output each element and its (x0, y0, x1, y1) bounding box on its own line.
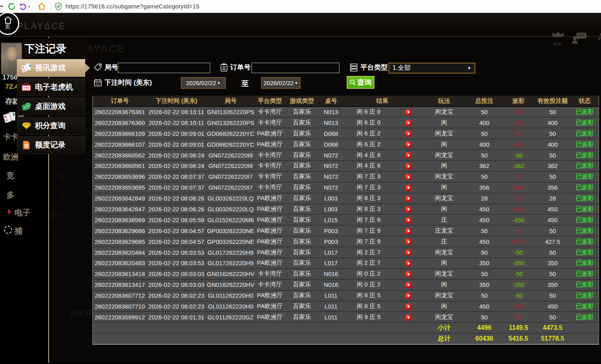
home-icon[interactable] (38, 2, 46, 10)
result: 闲 8 庄 5 (343, 301, 395, 312)
column-header: 订单号 (93, 96, 147, 106)
game-type: 百家乐 (284, 117, 320, 128)
status-badge: 已派彩 (571, 150, 599, 161)
bet-type: 闲龙宝 (422, 290, 466, 301)
replay-play-button[interactable] (405, 282, 412, 288)
replay-play-button[interactable] (405, 217, 412, 224)
game-type: 百家乐 (284, 247, 320, 258)
replay-play-button[interactable] (405, 249, 412, 256)
round-no-input[interactable] (118, 63, 210, 73)
platform-type: 卡卡湾厅 (256, 150, 284, 161)
replay-play-button[interactable] (405, 238, 412, 245)
replay-play-button[interactable] (405, 303, 412, 310)
sidebar-item-table-games[interactable]: 桌面游戏 (17, 98, 85, 115)
replay-play-button[interactable] (405, 292, 412, 299)
order-no: 260222083666107 (93, 139, 147, 150)
address-bar[interactable]: https://175616.cc/subgame?gameCategoryId… (65, 3, 199, 10)
replay-play-button[interactable] (405, 109, 412, 116)
replay-play-button[interactable] (405, 152, 412, 159)
payout: 28 (503, 193, 535, 204)
chevron-down-icon: ▼ (294, 81, 298, 85)
valid-bet: 50 (535, 106, 571, 117)
replay-play-button[interactable] (405, 120, 412, 127)
round-no: GL003262220LQ (206, 204, 256, 215)
valid-bet: 356 (535, 182, 571, 193)
status-badge: 已派彩 (571, 268, 599, 279)
result: 闲 9 庄 5 (343, 312, 395, 323)
bet-time: 2026-02-22 08:02:23 (147, 290, 206, 301)
date-to-picker[interactable]: 2026/02/22 ▼ (261, 77, 300, 89)
replay-play-button[interactable] (405, 163, 412, 170)
order-no: 260222083638569 (93, 215, 147, 225)
bet-records-table-wrap: 订单号下注时间 (美东)局号平台类型游戏类型桌号结果玩法总投注派彩有效投注额状态… (92, 96, 599, 345)
table-no: N016 (320, 268, 343, 279)
platform-type: PA欧洲厅 (256, 215, 284, 225)
bet-type: 庄 (422, 215, 466, 225)
replay-play-button[interactable] (405, 206, 412, 213)
bet-time: 2026-02-22 08:08:24 (147, 150, 206, 161)
column-header: 派彩 (503, 96, 535, 106)
table-no: N072 (320, 182, 343, 193)
order-no: 260222083620484 (93, 247, 147, 258)
order-no: 260222083607710 (93, 301, 147, 312)
round-no: GN072262220I8 (206, 160, 256, 171)
refresh-icon[interactable] (8, 2, 16, 10)
valid-bet: 450 (535, 301, 571, 312)
valid-bet: 400 (535, 117, 571, 128)
round-no: GL017262220H9 (206, 258, 256, 268)
replay-play-button[interactable] (405, 271, 412, 278)
table-row: 2602220836204842026-02-22 08:03:53GL0172… (93, 247, 599, 258)
undo-icon[interactable] (19, 2, 27, 10)
sidebar-item-quota-records[interactable]: 额度记录 (17, 136, 85, 154)
secure-shield-icon[interactable] (55, 2, 62, 10)
table-no: D068 (320, 139, 343, 150)
column-header: 状态 (571, 96, 599, 106)
bet-time: 2026-02-22 08:03:53 (147, 247, 206, 258)
replay-play-button[interactable] (405, 195, 412, 202)
replay-play-button[interactable] (405, 228, 412, 235)
replay-play-button[interactable] (405, 314, 412, 321)
query-button[interactable]: 查询 (347, 76, 374, 89)
browser-toolbar: ▼ https://175616.cc/subgame?gameCategory… (0, 0, 601, 13)
summary-label: 总计 (422, 333, 466, 344)
chat-button[interactable] (571, 32, 587, 46)
replay-cell (395, 171, 422, 182)
replay-play-button[interactable] (405, 130, 412, 137)
undo-dropdown-caret[interactable]: ▼ (28, 5, 31, 8)
music-button[interactable]: ♪ (592, 29, 601, 43)
replay-play-button[interactable] (405, 184, 412, 191)
sidebar-item-label: 积分查询 (35, 121, 65, 131)
round-no: GL011262220GZ (206, 312, 256, 323)
bet-type: 庄 (422, 236, 466, 247)
sidebar-item-points-query[interactable]: 积分查询 (17, 117, 85, 135)
valid-bet: 50 (535, 150, 571, 161)
order-no-input[interactable] (251, 63, 339, 73)
valid-bet: 50 (535, 171, 571, 182)
result: 闲 6 庄 2 (343, 139, 395, 150)
game-type: 百家乐 (284, 171, 320, 182)
sidebar-item-slots[interactable]: 777 电子老虎机 (17, 78, 85, 96)
result: 闲 0 庄 2 (343, 268, 395, 279)
total-bet: 50 (466, 312, 503, 323)
platform-type-select[interactable]: 1.全部 ▼ (388, 63, 475, 74)
table-no: N072 (320, 160, 343, 171)
bet-time: 2026-02-22 08:03:03 (147, 268, 206, 279)
game-type: 百家乐 (284, 225, 320, 236)
date-from-picker[interactable]: 2026/02/22 ▼ (181, 77, 226, 89)
replay-play-button[interactable] (405, 141, 412, 148)
table-row: 2602220836536952026-02-22 08:07:37GN0722… (93, 182, 599, 193)
playing-cards-icon: 9 K ♥ (21, 63, 32, 73)
platform-type: PA欧洲厅 (256, 290, 284, 301)
order-no: 260222083629685 (93, 236, 147, 247)
replay-play-button[interactable] (405, 174, 412, 180)
total-bet: 50 (466, 128, 503, 139)
order-no: 260222083607712 (93, 290, 147, 301)
game-type: 百家乐 (284, 150, 320, 161)
table-row: 2602220835999122026-02-22 08:01:31GL0112… (93, 312, 599, 323)
order-no: 260222083620483 (93, 258, 147, 268)
table-row: 2602220836296852026-02-22 08:04:57GP0032… (93, 236, 599, 247)
platform-type: 卡卡湾厅 (256, 268, 284, 279)
vip-button[interactable]: VIP (551, 31, 565, 47)
sidebar-item-video-games[interactable]: 9 K ♥ 视讯游戏 (17, 59, 85, 77)
replay-play-button[interactable] (405, 260, 412, 267)
